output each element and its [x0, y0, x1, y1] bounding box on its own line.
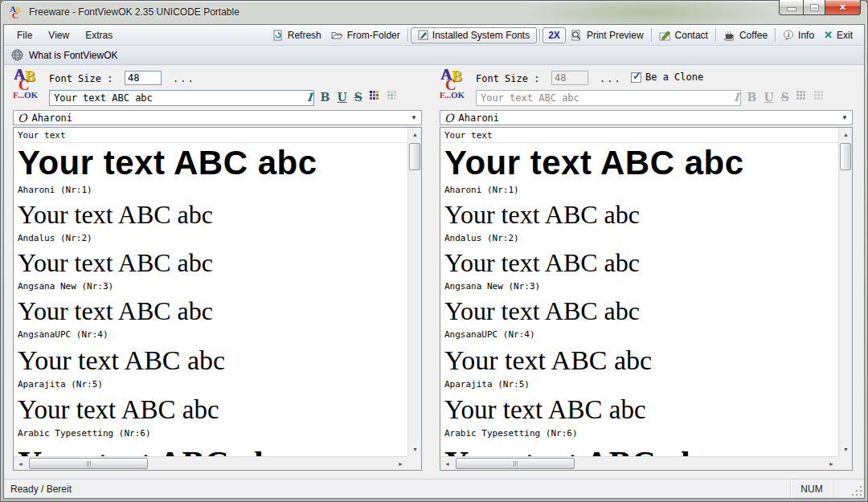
vertical-scroll-thumb[interactable]	[409, 143, 420, 170]
fontviewok-logo-icon: ABC F...OK	[440, 68, 473, 105]
app-icon: ABC	[10, 6, 23, 19]
list-item[interactable]: Your text ABC abc AngsanaUPC (Nr:4)	[444, 297, 838, 340]
font-label: Aharoni (Nr:1)	[444, 185, 838, 195]
installed-system-fonts-button[interactable]: Installed System Fonts	[411, 27, 537, 43]
list-item[interactable]: Your text ABC abc Aharoni (Nr:1)	[444, 144, 838, 195]
list-item[interactable]: Your text ABC abc Aparajita (Nr:5)	[18, 345, 407, 390]
font-label: Angsana New (Nr:3)	[18, 281, 407, 292]
chevron-down-icon[interactable]: ▼	[411, 114, 417, 121]
font-preview: Your text ABC abc	[18, 395, 407, 425]
app-window: ABC Freeware - FontViewOK 2.35 UNICODE P…	[0, 0, 868, 502]
checkmark-icon: ✓	[633, 70, 641, 82]
list-item[interactable]: Your text ABC abc Andalus (Nr:2)	[18, 201, 407, 243]
list-item[interactable]: Your text ABC abc Angsana New (Nr:3)	[18, 249, 407, 292]
font-label: Andalus (Nr:2)	[444, 233, 838, 243]
client-area: File View Extras Refresh From-Folder Ins…	[3, 24, 865, 499]
font-label: Aharoni (Nr:1)	[18, 185, 407, 195]
font-preview: Your text ABC abc	[18, 144, 407, 182]
selected-font-name: Aharoni	[31, 112, 72, 124]
underline-button: U	[764, 92, 773, 103]
maximize-button[interactable]	[803, 0, 825, 15]
contact-button[interactable]: Contact	[654, 28, 713, 43]
window-controls: ✕	[779, 0, 861, 15]
scrollbar-corner	[407, 456, 421, 470]
font-size-input[interactable]	[125, 71, 162, 85]
background-color-button	[814, 91, 825, 104]
vertical-scrollbar[interactable]: ▲ ▼	[838, 128, 852, 456]
refresh-button[interactable]: Refresh	[268, 28, 326, 43]
scroll-left-icon[interactable]: ◄	[14, 457, 27, 471]
vertical-scrollbar[interactable]: ▲ ▼	[407, 128, 421, 456]
title-bar[interactable]: ABC Freeware - FontViewOK 2.35 UNICODE P…	[0, 0, 868, 24]
toolbar-separator	[651, 28, 652, 42]
font-preview-list[interactable]: Your text Your text ABC abc Aharoni (Nr:…	[13, 127, 422, 471]
horizontal-scrollbar[interactable]: ◄ ►	[14, 456, 407, 470]
menu-view[interactable]: View	[42, 27, 76, 43]
scroll-down-icon[interactable]: ▼	[839, 443, 853, 456]
underline-button[interactable]: U	[337, 92, 346, 103]
background-color-button[interactable]	[387, 91, 398, 104]
list-item[interactable]: Your text ABC abc Aharoni (Nr:1)	[18, 144, 407, 195]
list-item[interactable]: Your text ABC abc Arabic Typesetting (Nr…	[18, 395, 407, 439]
list-item[interactable]: Your text ABC abc AngsanaUPC (Nr:4)	[18, 297, 407, 340]
chevron-down-icon[interactable]: ▼	[841, 114, 848, 121]
font-size-more-button[interactable]: ...	[600, 73, 622, 84]
exit-button[interactable]: ✕ Exit	[819, 27, 858, 43]
font-label: AngsanaUPC (Nr:4)	[18, 329, 407, 340]
scroll-down-icon[interactable]: ▼	[408, 443, 422, 456]
coffee-button[interactable]: Coffee	[719, 28, 772, 43]
from-folder-button[interactable]: From-Folder	[326, 28, 405, 43]
menu-toolbar-band: File View Extras Refresh From-Folder Ins…	[4, 25, 864, 46]
scroll-up-icon[interactable]: ▲	[408, 128, 422, 141]
resize-grip-icon[interactable]	[852, 486, 862, 496]
info-bubble-icon: i	[783, 30, 794, 41]
font-dropdown-clone[interactable]: O Aharoni ▼	[440, 110, 853, 125]
font-preview: Your text ABC abc	[18, 297, 407, 326]
info-button[interactable]: i Info	[778, 28, 819, 43]
sample-text-input[interactable]	[49, 90, 314, 106]
toolbar-separator	[407, 28, 408, 42]
scroll-up-icon[interactable]: ▲	[839, 128, 853, 141]
horizontal-scroll-thumb[interactable]	[456, 458, 575, 469]
minimize-button[interactable]	[779, 0, 803, 15]
clone-option[interactable]: ✓ Be a Clone	[631, 71, 703, 83]
print-preview-button[interactable]: Print Preview	[566, 28, 649, 43]
font-dropdown[interactable]: O Aharoni ▼	[13, 110, 422, 125]
close-button[interactable]: ✕	[825, 0, 861, 15]
font-preview-list-clone[interactable]: Your text Your text ABC abc Aharoni (Nr:…	[440, 127, 853, 471]
font-color-button[interactable]	[370, 91, 380, 104]
scroll-left-icon[interactable]: ◄	[440, 457, 454, 471]
format-toolbar-disabled: I B U S	[735, 91, 825, 104]
bold-button[interactable]: B	[321, 92, 330, 103]
font-list-entries: Your text ABC abc Aharoni (Nr:1) Your te…	[14, 144, 407, 456]
strikethrough-button[interactable]: S	[354, 92, 362, 103]
list-item[interactable]: Your text ABC abc Arabic Typesetting (Nr…	[444, 395, 838, 439]
list-item[interactable]: Your text ABC abc Aparajita (Nr:5)	[444, 345, 838, 390]
font-size-more-button[interactable]: ...	[173, 73, 195, 84]
toolbar-separator	[539, 28, 540, 42]
partial-font-preview: Your text ABC abc	[444, 444, 838, 456]
globe-icon	[11, 49, 23, 61]
scroll-right-icon[interactable]: ►	[394, 457, 407, 471]
status-message: Ready / Bereit	[4, 484, 790, 495]
scrollbar-corner	[838, 456, 852, 470]
list-item[interactable]: Your text ABC abc Angsana New (Nr:3)	[444, 249, 838, 292]
font-label: Aparajita (Nr:5)	[444, 379, 838, 390]
font-preview: Your text ABC abc	[18, 249, 407, 278]
be-a-clone-checkbox[interactable]: ✓	[631, 72, 641, 83]
vertical-scroll-thumb[interactable]	[840, 143, 851, 170]
italic-button[interactable]: I	[306, 92, 315, 103]
what-is-fontviewok-link[interactable]: What is FontViewOK	[29, 50, 117, 61]
font-label: Aparajita (Nr:5)	[18, 379, 407, 390]
menu-extras[interactable]: Extras	[79, 27, 119, 43]
zoom-2x-button[interactable]: 2X	[542, 27, 566, 43]
fonts-page-icon	[418, 30, 428, 40]
partial-font-preview: Your text ABC abc	[18, 444, 407, 456]
horizontal-scroll-thumb[interactable]	[29, 458, 148, 469]
font-preview: Your text ABC abc	[444, 395, 838, 425]
scroll-right-icon[interactable]: ►	[825, 457, 838, 471]
list-item[interactable]: Your text ABC abc Andalus (Nr:2)	[444, 201, 838, 243]
menu-file[interactable]: File	[10, 27, 39, 43]
installed-system-fonts-label: Installed System Fonts	[432, 30, 530, 41]
horizontal-scrollbar[interactable]: ◄ ►	[440, 456, 838, 470]
